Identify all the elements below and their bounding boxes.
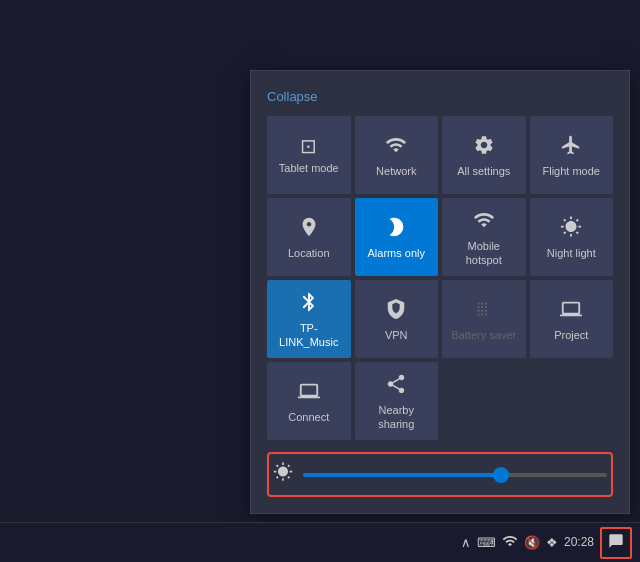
tile-location[interactable]: Location — [267, 198, 351, 276]
tile-label: Location — [288, 247, 330, 260]
tiles-grid: ⊡ Tablet mode Network All settings — [267, 116, 613, 358]
vpn-icon — [385, 298, 407, 323]
brightness-icon — [273, 462, 293, 487]
slider-thumb[interactable] — [493, 467, 509, 483]
chevron-up-icon[interactable]: ∧ — [461, 535, 471, 550]
tile-label: Battery saver — [451, 329, 516, 342]
tile-battery-saver[interactable]: Battery saver — [442, 280, 526, 358]
tile-label: Night light — [547, 247, 596, 260]
dropbox-icon[interactable]: ❖ — [546, 535, 558, 550]
tile-label: Nearby sharing — [361, 404, 433, 430]
taskbar: ∧ ⌨ 🔇 ❖ 20:28 — [0, 522, 640, 562]
tile-label: Tablet mode — [279, 162, 339, 175]
slider-fill — [303, 473, 501, 477]
tile-label: All settings — [457, 165, 510, 178]
share-icon — [385, 373, 407, 398]
action-center: Collapse ⊡ Tablet mode Network All setti… — [250, 70, 630, 514]
tile-tablet-mode[interactable]: ⊡ Tablet mode — [267, 116, 351, 194]
bluetooth-icon — [298, 291, 320, 316]
collapse-button[interactable]: Collapse — [267, 89, 318, 104]
tile-nearby-sharing[interactable]: Nearby sharing — [355, 362, 439, 440]
tile-alarms-only[interactable]: Alarms only — [355, 198, 439, 276]
tile-label: Alarms only — [368, 247, 425, 260]
tile-label: TP-LINK_Music — [273, 322, 345, 348]
network-icon — [385, 134, 407, 159]
tile-night-light[interactable]: Night light — [530, 198, 614, 276]
tablet-mode-icon: ⊡ — [300, 136, 317, 156]
keyboard-icon[interactable]: ⌨ — [477, 535, 496, 550]
brightness-slider[interactable] — [303, 473, 607, 477]
tile-connect[interactable]: Connect — [267, 362, 351, 440]
tile-project[interactable]: Project — [530, 280, 614, 358]
tile-all-settings[interactable]: All settings — [442, 116, 526, 194]
moon-icon — [385, 216, 407, 241]
tile-label: Project — [554, 329, 588, 342]
settings-icon — [473, 134, 495, 159]
taskbar-system-icons: ∧ ⌨ 🔇 ❖ — [461, 533, 558, 552]
tile-label: Network — [376, 165, 416, 178]
project-icon — [560, 298, 582, 323]
tile-flight-mode[interactable]: Flight mode — [530, 116, 614, 194]
slider-track — [303, 473, 607, 477]
wifi-icon[interactable] — [502, 533, 518, 552]
tile-tp-link[interactable]: TP-LINK_Music — [267, 280, 351, 358]
hotspot-icon — [473, 209, 495, 234]
tile-label: Flight mode — [543, 165, 600, 178]
taskbar-time[interactable]: 20:28 — [564, 535, 594, 549]
tile-label: VPN — [385, 329, 408, 342]
location-icon — [298, 216, 320, 241]
action-center-button[interactable] — [600, 527, 632, 559]
tile-network[interactable]: Network — [355, 116, 439, 194]
tile-label: Mobile hotspot — [448, 240, 520, 266]
flight-icon — [560, 134, 582, 159]
volume-icon[interactable]: 🔇 — [524, 535, 540, 550]
brightness-row — [267, 452, 613, 497]
clock-display: 20:28 — [564, 535, 594, 549]
connect-icon — [298, 380, 320, 405]
battery-saver-icon — [473, 298, 495, 323]
night-light-icon — [560, 216, 582, 241]
tile-vpn[interactable]: VPN — [355, 280, 439, 358]
tile-label: Connect — [288, 411, 329, 424]
tile-mobile-hotspot[interactable]: Mobile hotspot — [442, 198, 526, 276]
